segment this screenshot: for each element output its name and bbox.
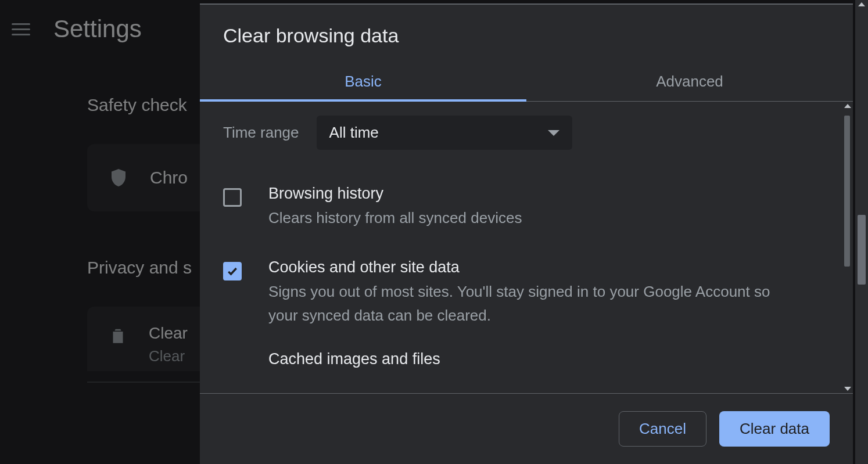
dialog-tabs: Basic Advanced	[200, 62, 853, 102]
cancel-button[interactable]: Cancel	[619, 411, 706, 447]
time-range-value: All time	[329, 124, 379, 142]
check-icon	[227, 265, 238, 277]
scroll-thumb[interactable]	[858, 215, 866, 285]
option-description: Signs you out of most sites. You'll stay…	[268, 280, 780, 327]
option-browsing-history[interactable]: Browsing history Clears history from all…	[223, 177, 830, 250]
checkbox-cookies[interactable]	[223, 262, 242, 280]
time-range-label: Time range	[223, 124, 299, 142]
option-title: Browsing history	[268, 185, 522, 203]
option-cached-title: Cached images and files	[268, 350, 830, 368]
time-range-select[interactable]: All time	[317, 116, 572, 150]
dialog-scrollbar[interactable]	[842, 102, 852, 393]
dialog-body: Time range All time Browsing history Cle…	[200, 102, 853, 393]
scroll-down-icon[interactable]	[844, 387, 851, 391]
tab-advanced[interactable]: Advanced	[526, 62, 853, 101]
clear-data-button[interactable]: Clear data	[719, 411, 830, 447]
scroll-up-icon[interactable]	[844, 104, 851, 108]
scroll-thumb[interactable]	[844, 116, 850, 267]
trash-icon	[108, 324, 128, 347]
tab-basic[interactable]: Basic	[200, 62, 526, 101]
safety-check-text: Chro	[150, 168, 188, 188]
page-scrollbar[interactable]	[855, 0, 868, 464]
clear-browsing-data-dialog: Clear browsing data Basic Advanced Time …	[200, 3, 853, 464]
option-cookies[interactable]: Cookies and other site data Signs you ou…	[223, 250, 830, 348]
clear-subtitle: Clear	[149, 347, 188, 365]
chevron-down-icon	[548, 130, 559, 136]
shield-icon	[108, 167, 129, 188]
page-title: Settings	[53, 15, 142, 43]
checkbox-browsing-history[interactable]	[223, 188, 242, 207]
scroll-up-icon[interactable]	[858, 2, 865, 6]
dialog-title: Clear browsing data	[200, 5, 853, 62]
option-title: Cookies and other site data	[268, 258, 780, 276]
menu-icon[interactable]	[12, 23, 30, 35]
dialog-footer: Cancel Clear data	[200, 393, 853, 464]
option-description: Clears history from all synced devices	[268, 206, 522, 229]
clear-title: Clear	[149, 324, 188, 343]
